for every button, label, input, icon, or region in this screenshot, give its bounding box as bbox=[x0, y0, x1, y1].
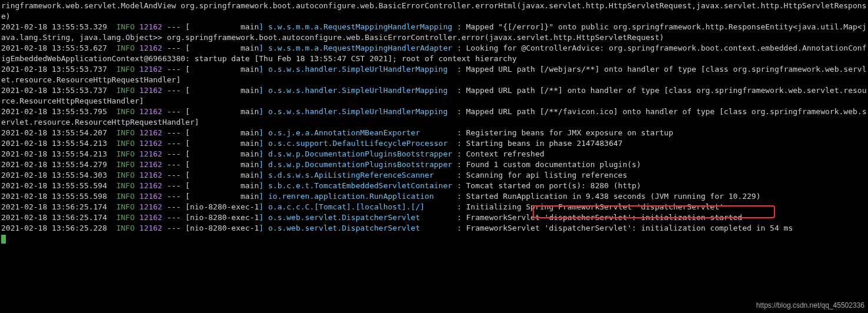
log-logger: o.a.c.c.C.[Tomcat].[localhost].[/] bbox=[268, 202, 452, 211]
log-level: INFO bbox=[116, 22, 135, 31]
log-logger: o.s.w.s.handler.SimpleUrlHandlerMapping bbox=[268, 65, 452, 74]
log-pid: 12162 bbox=[139, 181, 162, 190]
log-logger: io.renren.application.RunApplication bbox=[268, 192, 452, 201]
log-thread: nio-8280-exec-1 bbox=[190, 202, 259, 211]
log-pid: 12162 bbox=[139, 128, 162, 137]
log-thread: main bbox=[190, 181, 259, 190]
log-message: Started RunApplication in 9.438 seconds … bbox=[466, 192, 761, 201]
log-logger: o.s.web.servlet.DispatcherServlet bbox=[268, 213, 452, 222]
log-timestamp: 2021-02-18 13:55:54.207 bbox=[1, 128, 116, 137]
log-pid: 12162 bbox=[139, 202, 162, 211]
log-pid: 12162 bbox=[139, 44, 162, 52]
log-pid: 12162 bbox=[139, 171, 162, 179]
log-pid: 12162 bbox=[139, 22, 162, 31]
log-level: INFO bbox=[116, 202, 135, 211]
log-logger: s.w.s.m.m.a.RequestMappingHandlerAdapter bbox=[268, 44, 452, 52]
log-timestamp: 2021-02-18 13:55:54.213 bbox=[1, 149, 116, 158]
log-level: INFO bbox=[116, 224, 135, 232]
log-logger: o.s.c.support.DefaultLifecycleProcessor bbox=[268, 139, 452, 148]
prompt-line[interactable] bbox=[1, 234, 867, 244]
log-timestamp: 2021-02-18 13:55:53.329 bbox=[1, 22, 116, 31]
log-pid: 12162 bbox=[139, 139, 162, 148]
log-separator: --- [ bbox=[162, 202, 190, 211]
log-thread: main bbox=[190, 128, 259, 137]
log-level: INFO bbox=[116, 213, 135, 222]
log-timestamp: 2021-02-18 13:55:53.795 bbox=[1, 107, 116, 116]
log-line: 2021-02-18 13:55:53.329 INFO 12162 --- [… bbox=[1, 22, 867, 43]
log-thread-bracket: ] bbox=[259, 181, 268, 190]
log-line: 2021-02-18 13:55:55.598 INFO 12162 --- [… bbox=[1, 191, 867, 202]
log-logger: o.s.w.s.handler.SimpleUrlHandlerMapping bbox=[268, 86, 452, 95]
log-thread: main bbox=[190, 139, 259, 148]
log-line: 2021-02-18 13:56:25.228 INFO 12162 --- [… bbox=[1, 223, 867, 234]
log-message: Context refreshed bbox=[466, 149, 545, 158]
log-timestamp: 2021-02-18 13:56:25.174 bbox=[1, 213, 116, 222]
log-thread-bracket: ] bbox=[259, 139, 268, 148]
log-pid: 12162 bbox=[139, 224, 162, 232]
log-thread: main bbox=[190, 192, 259, 201]
log-thread: main bbox=[190, 65, 259, 74]
log-message: FrameworkServlet 'dispatcherServlet': in… bbox=[466, 224, 793, 232]
terminal-output: ringframework.web.servlet.ModelAndView o… bbox=[0, 0, 868, 245]
log-thread: main bbox=[190, 107, 259, 116]
cursor-icon bbox=[1, 235, 6, 244]
log-thread-bracket: ] bbox=[259, 202, 268, 211]
log-thread-bracket: ] bbox=[259, 213, 268, 222]
log-level: INFO bbox=[116, 139, 135, 148]
log-message: Tomcat started on port(s): 8280 (http) bbox=[466, 181, 641, 190]
log-thread-bracket: ] bbox=[259, 160, 268, 169]
log-thread: main bbox=[190, 86, 259, 95]
log-timestamp: 2021-02-18 13:55:54.279 bbox=[1, 160, 116, 169]
log-thread-bracket: ] bbox=[259, 44, 268, 52]
log-separator: --- [ bbox=[162, 213, 190, 222]
log-pid: 12162 bbox=[139, 160, 162, 169]
log-separator: --- [ bbox=[162, 192, 190, 201]
log-level: INFO bbox=[116, 149, 135, 158]
log-line: 2021-02-18 13:55:53.795 INFO 12162 --- [… bbox=[1, 106, 867, 128]
log-separator: --- [ bbox=[162, 86, 190, 95]
log-separator: --- [ bbox=[162, 224, 190, 232]
log-message: ringframework.web.servlet.ModelAndView o… bbox=[1, 1, 866, 21]
log-timestamp: 2021-02-18 13:56:25.174 bbox=[1, 202, 116, 211]
log-thread: main bbox=[190, 44, 259, 52]
log-thread-bracket: ] bbox=[259, 65, 268, 74]
log-thread: main bbox=[190, 149, 259, 158]
log-level: INFO bbox=[116, 65, 135, 74]
log-thread-bracket: ] bbox=[259, 22, 268, 31]
log-level: INFO bbox=[116, 86, 135, 95]
log-logger: o.s.web.servlet.DispatcherServlet bbox=[268, 224, 452, 232]
log-message: FrameworkServlet 'dispatcherServlet': in… bbox=[466, 213, 743, 222]
log-logger: o.s.w.s.handler.SimpleUrlHandlerMapping bbox=[268, 107, 452, 116]
log-timestamp: 2021-02-18 13:55:54.303 bbox=[1, 171, 116, 179]
log-logger: s.w.s.m.m.a.RequestMappingHandlerMapping bbox=[268, 22, 452, 31]
log-timestamp: 2021-02-18 13:55:55.598 bbox=[1, 192, 116, 201]
log-separator: --- [ bbox=[162, 181, 190, 190]
watermark-text: https://blog.csdn.net/qq_45502336 bbox=[756, 300, 864, 311]
log-level: INFO bbox=[116, 181, 135, 190]
log-separator: --- [ bbox=[162, 160, 190, 169]
log-level: INFO bbox=[116, 192, 135, 201]
log-thread-bracket: ] bbox=[259, 128, 268, 137]
log-message: Initializing Spring FrameworkServlet 'di… bbox=[466, 202, 724, 211]
log-message: Starting beans in phase 2147483647 bbox=[466, 139, 623, 148]
log-thread-bracket: ] bbox=[259, 224, 268, 232]
log-thread-bracket: ] bbox=[259, 171, 268, 179]
log-pid: 12162 bbox=[139, 149, 162, 158]
log-line: 2021-02-18 13:55:54.207 INFO 12162 --- [… bbox=[1, 128, 867, 138]
log-thread-bracket: ] bbox=[259, 192, 268, 201]
log-pid: 12162 bbox=[139, 86, 162, 95]
log-separator: --- [ bbox=[162, 44, 190, 52]
log-line: 2021-02-18 13:55:55.594 INFO 12162 --- [… bbox=[1, 181, 867, 191]
log-line: 2021-02-18 13:55:53.737 INFO 12162 --- [… bbox=[1, 85, 867, 106]
log-logger: s.b.c.e.t.TomcatEmbeddedServletContainer bbox=[268, 181, 452, 190]
log-separator: --- [ bbox=[162, 139, 190, 148]
log-pid: 12162 bbox=[139, 107, 162, 116]
log-line: ringframework.web.servlet.ModelAndView o… bbox=[1, 1, 867, 22]
log-level: INFO bbox=[116, 128, 135, 137]
log-timestamp: 2021-02-18 13:55:55.594 bbox=[1, 181, 116, 190]
log-separator: --- [ bbox=[162, 107, 190, 116]
log-separator: --- [ bbox=[162, 128, 190, 137]
log-message: Found 1 custom documentation plugin(s) bbox=[466, 160, 641, 169]
log-level: INFO bbox=[116, 171, 135, 179]
log-level: INFO bbox=[116, 107, 135, 116]
